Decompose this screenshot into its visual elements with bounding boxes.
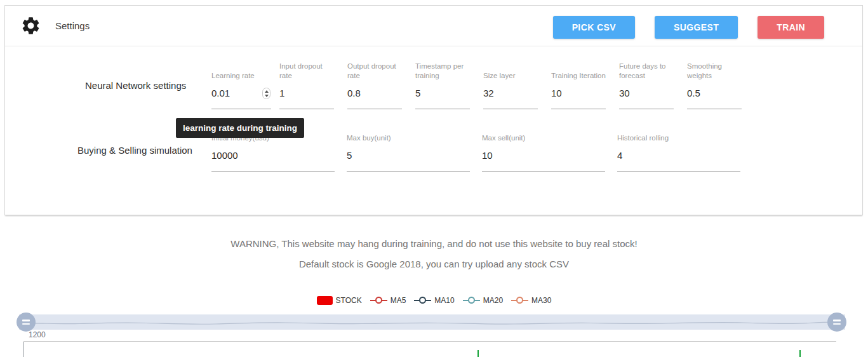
legend-label-ma20: MA20 [483, 296, 503, 305]
page-title: Settings [55, 20, 90, 31]
stock-marker-icon [317, 296, 333, 305]
candle-wick [799, 350, 801, 357]
number-stepper-icon[interactable] [262, 88, 270, 99]
timestamp-per-training-field: Timestamp per training 5 [415, 61, 470, 109]
training-iteration-field: Training Iteration 10 [551, 61, 606, 109]
historical-rolling-label: Historical rolling [617, 123, 740, 143]
legend-item-ma20[interactable]: MA20 [463, 296, 503, 305]
warning-text: WARNING, This website may hang during tr… [0, 238, 868, 249]
future-days-field: Future days to forecast 30 [619, 61, 674, 109]
input-dropout-rate-input[interactable]: 1 [279, 81, 334, 109]
legend-label-ma5: MA5 [391, 296, 406, 305]
future-days-input[interactable]: 30 [619, 81, 674, 109]
output-dropout-rate-input[interactable]: 0.8 [347, 81, 402, 109]
datazoom-preview-line [19, 314, 845, 330]
smoothing-weights-field: Smoothing weights 0.5 [687, 61, 742, 109]
output-dropout-rate-label: Output dropout rate [347, 61, 402, 81]
settings-card: Settings PICK CSV SUGGEST TRAIN Neural N… [4, 5, 863, 215]
suggest-button[interactable]: SUGGEST [655, 16, 738, 39]
candle-wick [477, 350, 479, 357]
size-layer-label: Size layer [483, 61, 538, 81]
smoothing-weights-input[interactable]: 0.5 [687, 81, 742, 109]
legend-label-stock: STOCK [336, 296, 362, 305]
timestamp-per-training-input[interactable]: 5 [415, 81, 470, 109]
datazoom-slider[interactable] [19, 314, 845, 330]
chart-legend: STOCK MA5 MA10 MA20 MA30 [0, 296, 868, 305]
timestamp-per-training-label: Timestamp per training [415, 61, 470, 81]
max-sell-label: Max sell(unit) [482, 123, 605, 143]
historical-rolling-field: Historical rolling 4 [617, 123, 740, 172]
learning-rate-tooltip: learning rate during training [176, 118, 304, 138]
ma30-marker-icon [511, 296, 528, 305]
pick-csv-button[interactable]: PICK CSV [553, 16, 635, 39]
legend-label-ma10: MA10 [434, 296, 454, 305]
y-axis-line [23, 341, 24, 357]
size-layer-field: Size layer 32 [483, 61, 538, 109]
max-buy-field: Max buy(unit) 5 [347, 123, 470, 172]
max-sell-field: Max sell(unit) 10 [482, 123, 605, 172]
gear-icon [20, 15, 41, 36]
training-iteration-input[interactable]: 10 [551, 81, 606, 109]
legend-label-ma30: MA30 [531, 296, 551, 305]
datazoom-right-handle-icon[interactable] [827, 313, 846, 332]
size-layer-input[interactable]: 32 [483, 81, 538, 109]
default-stock-text: Default stock is Google 2018, you can tr… [0, 259, 868, 269]
legend-item-stock[interactable]: STOCK [317, 296, 362, 305]
learning-rate-label: Learning rate [211, 61, 271, 81]
legend-item-ma30[interactable]: MA30 [511, 296, 551, 305]
ma10-marker-icon [414, 296, 431, 305]
gridline [23, 341, 836, 342]
max-buy-input[interactable]: 5 [347, 143, 470, 172]
legend-item-ma5[interactable]: MA5 [370, 296, 406, 305]
legend-item-ma10[interactable]: MA10 [414, 296, 454, 305]
output-dropout-rate-field: Output dropout rate 0.8 [347, 61, 402, 109]
ma5-marker-icon [370, 296, 387, 305]
ma20-marker-icon [463, 296, 480, 305]
smoothing-weights-label: Smoothing weights [687, 61, 742, 81]
datazoom-left-handle-icon[interactable] [17, 313, 36, 332]
buying-selling-simulation-label: Buying & Selling simulation [77, 145, 192, 156]
future-days-label: Future days to forecast [619, 61, 674, 81]
learning-rate-field: Learning rate 0.01 [211, 61, 271, 109]
neural-network-fields-row: Learning rate 0.01 Input dropout rate 1 … [211, 61, 755, 109]
historical-rolling-input[interactable]: 4 [617, 143, 740, 172]
train-button[interactable]: TRAIN [758, 16, 824, 39]
y-axis-tick-label: 1200 [29, 330, 46, 339]
training-iteration-label: Training Iteration [551, 61, 606, 81]
max-buy-label: Max buy(unit) [347, 123, 470, 143]
neural-network-settings-label: Neural Network settings [85, 80, 186, 91]
settings-header: Settings PICK CSV SUGGEST TRAIN [5, 6, 862, 46]
max-sell-input[interactable]: 10 [482, 143, 605, 172]
initial-money-input[interactable]: 10000 [211, 143, 335, 172]
input-dropout-rate-label: Input dropout rate [279, 61, 334, 81]
learning-rate-input[interactable]: 0.01 [211, 81, 271, 109]
input-dropout-rate-field: Input dropout rate 1 [279, 61, 334, 109]
